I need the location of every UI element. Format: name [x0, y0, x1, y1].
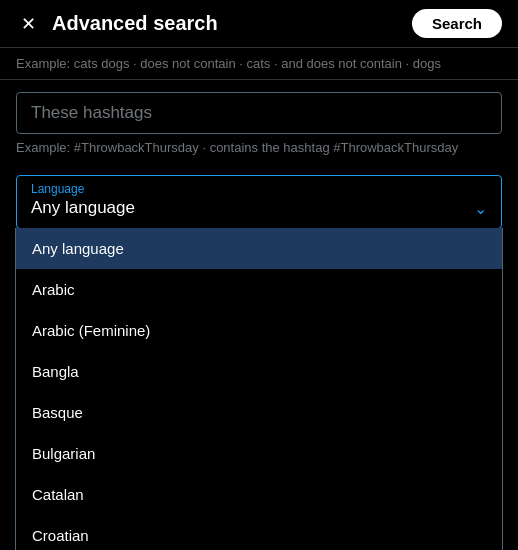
- search-button[interactable]: Search: [412, 9, 502, 38]
- language-select-trigger[interactable]: Any language ⌄: [17, 196, 501, 228]
- language-label: Language: [17, 176, 501, 196]
- close-icon[interactable]: ✕: [16, 12, 40, 36]
- language-dropdown-list[interactable]: Any languageArabicArabic (Feminine)Bangl…: [15, 228, 503, 550]
- hashtags-input[interactable]: [16, 92, 502, 134]
- list-item[interactable]: Basque: [16, 392, 502, 433]
- list-item[interactable]: Arabic (Feminine): [16, 310, 502, 351]
- list-item[interactable]: Bulgarian: [16, 433, 502, 474]
- example-tags-bar: Example: cats dogs · does not contain · …: [0, 48, 518, 80]
- list-item[interactable]: Any language: [16, 228, 502, 269]
- example-tags-text: Example: cats dogs · does not contain · …: [16, 56, 441, 71]
- list-item[interactable]: Catalan: [16, 474, 502, 515]
- header: ✕ Advanced search Search: [0, 0, 518, 48]
- hashtags-section: Example: #ThrowbackThursday · contains t…: [0, 80, 518, 167]
- header-left: ✕ Advanced search: [16, 12, 218, 36]
- chevron-down-icon: ⌄: [474, 199, 487, 218]
- list-item[interactable]: Arabic: [16, 269, 502, 310]
- language-dropdown-container: Language Any language ⌄ Any languageArab…: [16, 175, 502, 229]
- list-item[interactable]: Bangla: [16, 351, 502, 392]
- hashtags-example: Example: #ThrowbackThursday · contains t…: [16, 140, 502, 155]
- page-title: Advanced search: [52, 12, 218, 35]
- language-selected-value: Any language: [31, 198, 135, 218]
- list-item[interactable]: Croatian: [16, 515, 502, 550]
